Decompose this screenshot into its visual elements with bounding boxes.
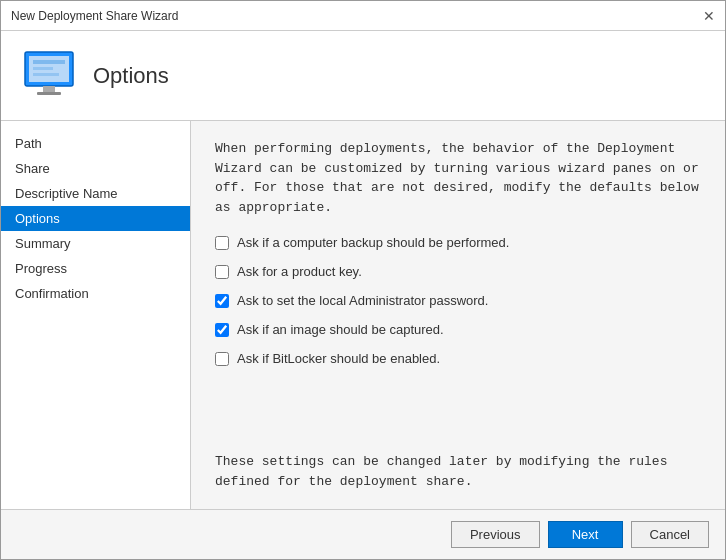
checkbox-item-admin-password: Ask to set the local Administrator passw… bbox=[215, 293, 701, 308]
close-button[interactable]: ✕ bbox=[703, 9, 715, 23]
checkbox-bitlocker-label: Ask if BitLocker should be enabled. bbox=[237, 351, 440, 366]
header-area: Options bbox=[1, 31, 725, 121]
cancel-button[interactable]: Cancel bbox=[631, 521, 709, 548]
previous-button[interactable]: Previous bbox=[451, 521, 540, 548]
sidebar-item-progress[interactable]: Progress bbox=[1, 256, 190, 281]
checkbox-product-key-label: Ask for a product key. bbox=[237, 264, 362, 279]
sidebar-item-confirmation[interactable]: Confirmation bbox=[1, 281, 190, 306]
next-button[interactable]: Next bbox=[548, 521, 623, 548]
checkbox-item-backup: Ask if a computer backup should be perfo… bbox=[215, 235, 701, 250]
sidebar-item-summary[interactable]: Summary bbox=[1, 231, 190, 256]
footer-note: These settings can be changed later by m… bbox=[215, 432, 701, 491]
bottom-bar: Previous Next Cancel bbox=[1, 509, 725, 559]
checkbox-item-bitlocker: Ask if BitLocker should be enabled. bbox=[215, 351, 701, 366]
sidebar-item-descriptive-name[interactable]: Descriptive Name bbox=[1, 181, 190, 206]
window-title: New Deployment Share Wizard bbox=[11, 9, 178, 23]
checkbox-backup-label: Ask if a computer backup should be perfo… bbox=[237, 235, 509, 250]
checkbox-bitlocker[interactable] bbox=[215, 352, 229, 366]
description-text: When performing deployments, the behavio… bbox=[215, 139, 701, 217]
checkbox-admin-password-label: Ask to set the local Administrator passw… bbox=[237, 293, 488, 308]
checkbox-backup[interactable] bbox=[215, 236, 229, 250]
page-title: Options bbox=[93, 63, 169, 89]
checkbox-image-capture[interactable] bbox=[215, 323, 229, 337]
svg-rect-3 bbox=[37, 92, 61, 95]
sidebar-item-share[interactable]: Share bbox=[1, 156, 190, 181]
sidebar-item-path[interactable]: Path bbox=[1, 131, 190, 156]
svg-rect-2 bbox=[43, 86, 55, 92]
main-content: When performing deployments, the behavio… bbox=[191, 121, 725, 509]
content-area: Path Share Descriptive Name Options Summ… bbox=[1, 121, 725, 509]
checkbox-item-image-capture: Ask if an image should be captured. bbox=[215, 322, 701, 337]
title-bar: New Deployment Share Wizard ✕ bbox=[1, 1, 725, 31]
svg-rect-6 bbox=[33, 73, 59, 76]
svg-rect-5 bbox=[33, 67, 53, 70]
wizard-window: New Deployment Share Wizard ✕ Options Pa… bbox=[0, 0, 726, 560]
checkbox-admin-password[interactable] bbox=[215, 294, 229, 308]
computer-icon bbox=[21, 48, 77, 104]
checkbox-image-capture-label: Ask if an image should be captured. bbox=[237, 322, 444, 337]
checkbox-product-key[interactable] bbox=[215, 265, 229, 279]
checkbox-item-product-key: Ask for a product key. bbox=[215, 264, 701, 279]
sidebar-item-options[interactable]: Options bbox=[1, 206, 190, 231]
sidebar: Path Share Descriptive Name Options Summ… bbox=[1, 121, 191, 509]
svg-rect-4 bbox=[33, 60, 65, 64]
